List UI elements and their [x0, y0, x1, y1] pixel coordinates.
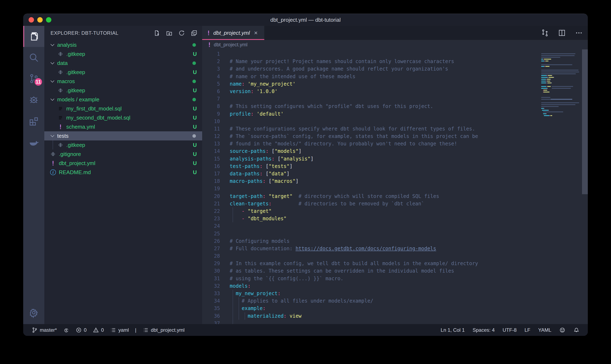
tree-file-gitkeep[interactable]: .gitkeepU [44, 68, 202, 77]
new-folder-icon[interactable] [166, 30, 173, 37]
tree-file-gitkeep[interactable]: .gitkeepU [44, 50, 202, 59]
line-number: 23 [202, 215, 220, 222]
status-notifications[interactable] [573, 327, 580, 333]
refresh-icon[interactable] [178, 30, 185, 37]
status-label: 0 [84, 327, 87, 333]
open-changes-icon[interactable] [541, 29, 549, 37]
chevron-down-icon [49, 133, 56, 139]
tree-folder-macros[interactable]: macros [44, 77, 202, 86]
git-untracked-badge: U [193, 151, 197, 157]
git-modified-dot-badge [193, 134, 196, 138]
more-actions-icon[interactable] [575, 29, 583, 37]
activity-settings-icon[interactable] [23, 301, 44, 324]
minimize-window-button[interactable] [37, 17, 43, 23]
line-number: 26 [202, 237, 220, 245]
git-modified-dot-badge [193, 61, 196, 65]
tree-folder-tests[interactable]: tests [44, 131, 202, 141]
tree-file-my-first-dbt-model-sql[interactable]: my_first_dbt_model.sqlU [44, 104, 202, 113]
status-feedback[interactable] [559, 327, 565, 333]
code-line-6: 6version: '1.0.0' [202, 88, 588, 95]
line-number: 28 [202, 252, 220, 260]
tree-folder-analysis[interactable]: analysis [44, 40, 202, 50]
activity-debug-icon[interactable] [23, 89, 44, 110]
status-yaml-file[interactable]: dbt_project.yml [142, 327, 184, 333]
tree-file-gitignore[interactable]: .gitignoreU [44, 150, 202, 159]
tab-dbt-project-yml[interactable]: ! dbt_project.yml × [202, 26, 264, 40]
code-line-29: 29# In this example config, we tell dbt … [202, 260, 588, 267]
status-indentation[interactable]: Spaces: 4 [473, 327, 495, 333]
tree-file-gitkeep[interactable]: .gitkeepU [44, 141, 202, 150]
minimap-line [541, 65, 582, 67]
activity-docker-icon[interactable] [23, 131, 44, 152]
status-git-branch[interactable]: master* [31, 327, 57, 333]
zoom-window-button[interactable] [46, 17, 51, 23]
minimap-line [541, 58, 582, 60]
close-tab-icon[interactable]: × [254, 30, 258, 36]
git-untracked-badge: U [193, 142, 197, 148]
tree-item-label: dbt_project.yml [59, 160, 95, 167]
line-number: 3 [202, 65, 220, 73]
activity-extensions-icon[interactable] [23, 110, 44, 131]
collapse-all-icon[interactable] [191, 30, 198, 37]
code-editor[interactable]: 12# Name your project! Project names sho… [202, 50, 588, 324]
line-number: 35 [202, 305, 220, 312]
editor-scrollbar[interactable] [582, 50, 588, 194]
line-number: 4 [202, 73, 220, 80]
code-line-12: 12# The `source-paths` config, for examp… [202, 132, 588, 140]
line-content: # and underscores. A good package name s… [220, 65, 588, 73]
code-line-31: 31# using the `{{ config(...) }}` macro. [202, 275, 588, 282]
tree-file-schema-yml[interactable]: !schema.ymlU [44, 122, 202, 131]
minimap[interactable] [541, 51, 582, 118]
tree-file-dbt-project-yml[interactable]: !dbt_project.ymlU [44, 159, 202, 168]
warning-icon [93, 327, 99, 333]
line-content: data-paths: ["data"] [220, 170, 588, 177]
git-modified-dot-badge [193, 98, 196, 101]
status-language-mode[interactable]: YAML [538, 327, 551, 333]
activity-search-icon[interactable] [23, 47, 44, 68]
status-warnings[interactable]: 0 [93, 327, 104, 333]
status-errors[interactable]: 0 [76, 327, 87, 333]
tree-file-gitkeep[interactable]: .gitkeepU [44, 86, 202, 95]
line-number: 30 [202, 267, 220, 275]
tree-file-readme-md[interactable]: iREADME.mdU [44, 168, 202, 177]
status-yaml-outline[interactable]: yaml [110, 327, 129, 333]
tree-file-my-second-dbt-model-sql[interactable]: my_second_dbt_model.sqlU [44, 113, 202, 122]
code-line-19: 19 [202, 185, 588, 192]
tree-item-label: .gitkeep [66, 142, 85, 148]
list-icon [142, 327, 149, 333]
code-line-10: 10 [202, 118, 588, 125]
status-label: 0 [101, 327, 104, 333]
status-publish-changes[interactable] [63, 327, 69, 333]
minimap-line [541, 78, 582, 80]
indent-guide [239, 305, 239, 312]
status-label: LF [524, 327, 530, 333]
close-window-button[interactable] [28, 17, 34, 23]
tree-folder-models-example[interactable]: models / example [44, 95, 202, 104]
line-number: 9 [202, 110, 220, 118]
status-bar: master*00yaml|dbt_project.yml Ln 1, Col … [23, 324, 588, 336]
status-label: | [135, 327, 136, 333]
activity-explorer-icon[interactable] [23, 26, 44, 47]
status-cursor-position[interactable]: Ln 1, Col 1 [441, 327, 465, 333]
tab-bar: ! dbt_project.yml × [202, 26, 588, 40]
minimap-line [541, 102, 582, 104]
status-label: dbt_project.yml [151, 327, 184, 333]
tree-folder-data[interactable]: data [44, 59, 202, 68]
tree-item-label: analysis [57, 42, 77, 48]
tree-item-label: schema.yml [66, 124, 95, 130]
code-line-30: 30# as tables. These settings can be ove… [202, 267, 588, 275]
code-line-17: 17data-paths: ["data"] [202, 170, 588, 177]
line-number: 34 [202, 297, 220, 305]
activity-source-control-icon[interactable]: 11 [23, 68, 44, 89]
minimap-line [541, 107, 582, 109]
new-file-icon[interactable] [153, 30, 160, 37]
bell-icon [573, 327, 580, 333]
git-untracked-badge: U [193, 87, 197, 94]
status-encoding[interactable]: UTF-8 [502, 327, 516, 333]
status-eol[interactable]: LF [524, 327, 530, 333]
git-untracked-badge: U [193, 69, 197, 76]
split-editor-icon[interactable] [558, 29, 566, 37]
breadcrumb[interactable]: ! dbt_project.yml [202, 40, 588, 50]
minimap-line [541, 104, 582, 106]
line-content: # Configuring models [220, 237, 588, 245]
